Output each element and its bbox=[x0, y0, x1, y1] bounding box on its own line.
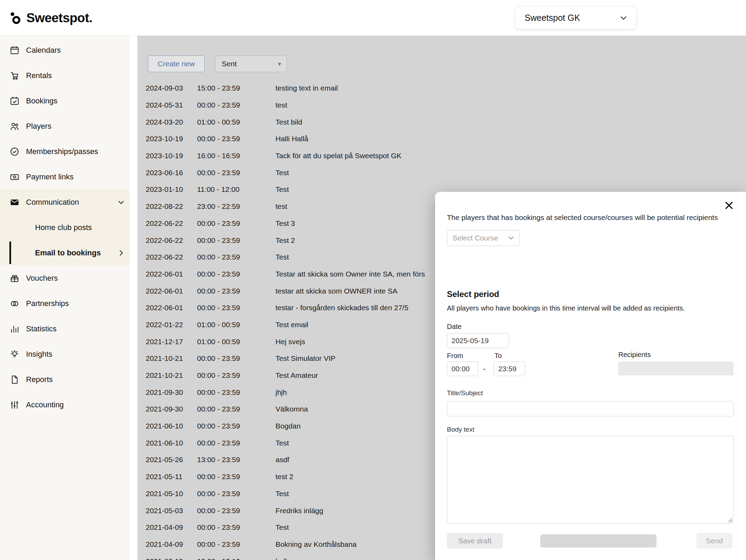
email-date: 2022-06-01 bbox=[146, 270, 197, 278]
sidebar-item-statistics[interactable]: Statistics bbox=[0, 316, 130, 341]
email-date: 2024-09-03 bbox=[146, 84, 197, 92]
email-time: 00:00 - 23:59 bbox=[197, 135, 275, 143]
select-course-dropdown[interactable]: Select Course bbox=[447, 230, 520, 246]
close-icon[interactable] bbox=[722, 199, 736, 212]
email-time: 00:00 - 23:59 bbox=[197, 540, 275, 549]
email-row[interactable]: 2023-10-1900:00 - 23:59Halli Hallå bbox=[146, 130, 746, 147]
email-time: 00:00 - 23:59 bbox=[197, 236, 275, 245]
to-label: To bbox=[494, 352, 502, 360]
partnerships-icon bbox=[9, 298, 20, 309]
club-selector-dropdown[interactable]: Sweetspot GK bbox=[515, 7, 636, 29]
caret-down-icon: ▾ bbox=[278, 60, 281, 68]
insights-icon bbox=[9, 349, 20, 359]
email-time: 00:00 - 23:59 bbox=[197, 287, 275, 295]
email-date: 2021-03-19 bbox=[146, 557, 197, 560]
sidebar-item-label: Home club posts bbox=[35, 223, 92, 232]
send-button[interactable]: Send bbox=[696, 533, 732, 549]
email-time: 00:00 - 23:59 bbox=[197, 422, 275, 430]
email-date: 2022-06-22 bbox=[146, 236, 197, 245]
email-row[interactable]: 2024-03-2001:00 - 00:59Test bild bbox=[146, 113, 746, 130]
rentals-icon bbox=[9, 70, 20, 81]
select-period-heading: Select period bbox=[447, 289, 499, 299]
time-range-separator: - bbox=[483, 364, 485, 373]
memberships-icon bbox=[9, 146, 20, 157]
status-filter-value: Sent bbox=[222, 60, 237, 68]
sidebar-item-label: Vouchers bbox=[26, 274, 58, 283]
save-draft-button[interactable]: Save draft bbox=[447, 533, 503, 549]
sidebar-item-rentals[interactable]: Rentals bbox=[0, 63, 130, 88]
email-date: 2021-09-30 bbox=[146, 388, 197, 397]
sidebar-item-label: Insights bbox=[26, 350, 52, 359]
sidebar-item-payment-links[interactable]: Payment links bbox=[0, 164, 130, 189]
email-row[interactable]: 2024-05-3100:00 - 23:59test bbox=[146, 97, 746, 114]
from-time-input[interactable] bbox=[447, 362, 478, 376]
chevron-down-icon bbox=[507, 234, 515, 242]
chevron-right-icon bbox=[117, 248, 126, 257]
email-time: 00:00 - 23:59 bbox=[197, 523, 275, 532]
sidebar-item-label: Communication bbox=[26, 198, 79, 207]
sidebar-item-home-club-posts[interactable]: Home club posts bbox=[0, 215, 130, 240]
chevron-down-icon bbox=[117, 198, 126, 207]
sidebar-item-bookings[interactable]: Bookings bbox=[0, 88, 130, 113]
email-time: 00:00 - 23:59 bbox=[197, 169, 275, 177]
email-time: 00:00 - 23:59 bbox=[197, 304, 275, 312]
vouchers-icon bbox=[9, 273, 20, 283]
sidebar: CalendarsRentalsBookingsPlayersMembershi… bbox=[0, 36, 130, 560]
email-time: 00:00 - 23:59 bbox=[197, 270, 275, 278]
email-date: 2024-05-31 bbox=[146, 101, 197, 109]
email-date: 2021-05-03 bbox=[146, 507, 197, 515]
sidebar-item-label: Partnerships bbox=[26, 299, 69, 308]
sidebar-item-accounting[interactable]: Accounting bbox=[0, 392, 130, 417]
sidebar-item-vouchers[interactable]: Vouchers bbox=[0, 265, 130, 291]
email-date: 2021-09-30 bbox=[146, 405, 197, 413]
email-time: 15:00 - 23:59 bbox=[197, 84, 275, 92]
body-text-textarea[interactable] bbox=[447, 436, 734, 524]
sidebar-item-players[interactable]: Players bbox=[0, 113, 130, 139]
email-subject: Test bild bbox=[275, 118, 746, 126]
sidebar-item-insights[interactable]: Insights bbox=[0, 341, 130, 367]
sidebar-item-reports[interactable]: Reports bbox=[0, 367, 130, 392]
email-time: 00:00 - 23:59 bbox=[197, 253, 275, 261]
communication-icon bbox=[9, 197, 20, 207]
sidebar-item-label: Reports bbox=[26, 375, 53, 384]
status-filter-dropdown[interactable]: Sent ▾ bbox=[215, 56, 287, 72]
create-new-button[interactable]: Create new bbox=[148, 56, 205, 72]
email-subject: testing text in email bbox=[275, 84, 746, 92]
to-time-input[interactable] bbox=[494, 362, 525, 376]
email-time: 12:00 - 13:12 bbox=[197, 557, 275, 560]
email-time: 23:00 - 22:59 bbox=[197, 202, 275, 211]
email-date: 2021-05-11 bbox=[146, 473, 197, 481]
email-time: 00:00 - 23:59 bbox=[197, 507, 275, 515]
email-date: 2024-03-20 bbox=[146, 118, 197, 126]
recipients-field bbox=[618, 362, 734, 375]
toolbar: Create new Sent ▾ bbox=[148, 56, 287, 72]
sidebar-item-memberships-passes[interactable]: Memberships/passes bbox=[0, 139, 130, 164]
email-subject: test bbox=[275, 101, 746, 109]
date-input[interactable] bbox=[447, 333, 509, 348]
email-date: 2021-10-21 bbox=[146, 354, 197, 363]
sidebar-item-communication[interactable]: Communication bbox=[0, 189, 130, 215]
app-root: Sweetspot. Sweetspot GK CalendarsRentals… bbox=[0, 0, 746, 560]
sidebar-item-partnerships[interactable]: Partnerships bbox=[0, 291, 130, 316]
email-date: 2023-06-16 bbox=[146, 169, 197, 177]
sidebar-item-label: Bookings bbox=[26, 96, 58, 105]
players-icon bbox=[9, 121, 20, 131]
sidebar-item-email-to-bookings[interactable]: Email to bookings bbox=[0, 240, 130, 265]
email-date: 2023-01-10 bbox=[146, 185, 197, 194]
sidebar-item-calendars[interactable]: Calendars bbox=[0, 37, 130, 63]
select-period-info-text: All players who have bookings in this ti… bbox=[447, 304, 731, 312]
recipients-info-text: The players that has bookings at selecte… bbox=[447, 213, 724, 222]
email-subject: Halli Hallå bbox=[275, 135, 746, 143]
email-time: 01:00 - 00:59 bbox=[197, 338, 275, 346]
title-subject-input[interactable] bbox=[447, 401, 734, 416]
email-date: 2021-04-09 bbox=[146, 523, 197, 532]
sidebar-item-label: Rentals bbox=[26, 71, 52, 80]
email-row[interactable]: 2023-10-1916:00 - 16:59Tack för att du s… bbox=[146, 147, 746, 164]
email-date: 2022-06-22 bbox=[146, 253, 197, 261]
email-row[interactable]: 2024-09-0315:00 - 23:59testing text in e… bbox=[146, 80, 746, 97]
email-date: 2022-01-22 bbox=[146, 321, 197, 329]
email-row[interactable]: 2023-06-1600:00 - 23:59Test bbox=[146, 164, 746, 181]
email-time: 00:00 - 23:59 bbox=[197, 219, 275, 228]
sidebar-item-label: Email to bookings bbox=[35, 248, 101, 257]
calendar-icon bbox=[9, 45, 20, 56]
